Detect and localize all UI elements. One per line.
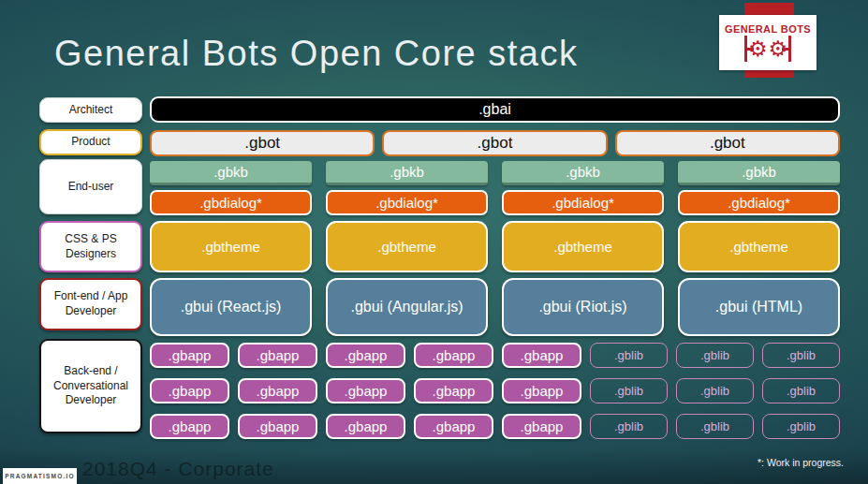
slide: General Bots Open Core stack GENERAL BOT… (0, 0, 868, 484)
gbot-box: .gbot (615, 130, 840, 156)
gbapp-box: .gbapp (238, 378, 317, 403)
gblib-box: .gblib (762, 414, 840, 439)
gbtheme-box: .gbtheme (326, 221, 488, 272)
label-frontend-app-developer: Font-end / App Developer (39, 278, 142, 330)
gbtheme-row: .gbtheme .gbtheme .gbtheme .gbtheme (150, 221, 840, 272)
work-in-progress-note: *: Work in progress. (758, 457, 844, 468)
gbai-box: .gbai (150, 96, 840, 123)
gbapp-box: .gbapp (150, 378, 229, 403)
gbdialog-row: .gbdialog* .gbdialog* .gbdialog* .gbdial… (150, 190, 840, 215)
label-end-user: End-user (39, 159, 142, 214)
logo-gears: ⚙ ⚙ (744, 36, 791, 62)
backend-row: .gbapp .gbapp .gbapp .gbapp .gbapp .gbli… (150, 378, 840, 403)
gbapp-box: .gbapp (326, 414, 405, 439)
gbapp-box: .gbapp (414, 414, 493, 439)
gbot-box: .gbot (382, 130, 607, 156)
gbui-row: .gbui (React.js) .gbui (Angular.js) .gbu… (150, 278, 840, 336)
label-css-ps-designers: CSS & PS Designers (39, 221, 142, 272)
footer-date-label: 2018Q4 - Corporate (82, 458, 274, 480)
page-title: General Bots Open Core stack (54, 34, 578, 74)
gbapp-box: .gbapp (414, 343, 493, 368)
gbui-riot-box: .gbui (Riot.js) (502, 278, 664, 336)
gblib-box: .gblib (676, 343, 754, 368)
backend-row: .gbapp .gbapp .gbapp .gbapp .gbapp .gbli… (150, 343, 840, 368)
gbdialog-box: .gbdialog* (326, 190, 488, 215)
label-backend-conversational-developer: Back-end / Conversational Developer (39, 339, 142, 433)
gblib-box: .gblib (590, 343, 668, 368)
gbkb-box: .gbkb (150, 161, 312, 185)
product-row: .gbot .gbot .gbot (150, 130, 840, 156)
gbtheme-box: .gbtheme (678, 221, 840, 272)
gbapp-box: .gbapp (150, 343, 229, 368)
gbui-angular-box: .gbui (Angular.js) (326, 278, 488, 336)
gbapp-box: .gbapp (326, 343, 405, 368)
gblib-box: .gblib (676, 414, 754, 439)
logo-title: GENERAL BOTS (725, 23, 811, 35)
gbkb-box: .gbkb (326, 161, 488, 185)
logo-bar (788, 36, 791, 62)
gblib-box: .gblib (676, 378, 754, 403)
gblib-box: .gblib (762, 343, 840, 368)
gbapp-box: .gbapp (502, 378, 581, 403)
logo-bar (744, 36, 747, 62)
gbdialog-box: .gbdialog* (150, 190, 312, 215)
general-bots-logo: GENERAL BOTS ⚙ ⚙ (719, 15, 817, 70)
gbapp-box: .gbapp (150, 414, 229, 439)
gbapp-box: .gbapp (238, 343, 317, 368)
gbapp-box: .gbapp (414, 378, 493, 403)
pragmatismo-logo: PRAGMATISMO.IO (3, 468, 77, 484)
gbtheme-box: .gbtheme (502, 221, 664, 272)
gbtheme-box: .gbtheme (150, 221, 312, 272)
gbot-box: .gbot (150, 130, 375, 156)
gbdialog-box: .gbdialog* (502, 190, 664, 215)
architect-row: .gbai (150, 96, 840, 123)
gblib-box: .gblib (590, 378, 668, 403)
label-architect: Architect (39, 97, 142, 123)
gbkb-box: .gbkb (502, 161, 664, 185)
label-product: Product (39, 129, 142, 155)
gbapp-box: .gbapp (502, 343, 581, 368)
gbapp-box: .gbapp (326, 378, 405, 403)
gbkb-row: .gbkb .gbkb .gbkb .gbkb (150, 161, 840, 185)
gbkb-box: .gbkb (678, 161, 840, 185)
gbdialog-box: .gbdialog* (678, 190, 840, 215)
gbapp-box: .gbapp (238, 414, 317, 439)
backend-row: .gbapp .gbapp .gbapp .gbapp .gbapp .gbli… (150, 414, 840, 439)
gblib-box: .gblib (762, 378, 840, 403)
gbui-html-box: .gbui (HTML) (678, 278, 840, 336)
gbapp-box: .gbapp (502, 414, 581, 439)
gbui-react-box: .gbui (React.js) (150, 278, 312, 336)
gblib-box: .gblib (590, 414, 668, 439)
